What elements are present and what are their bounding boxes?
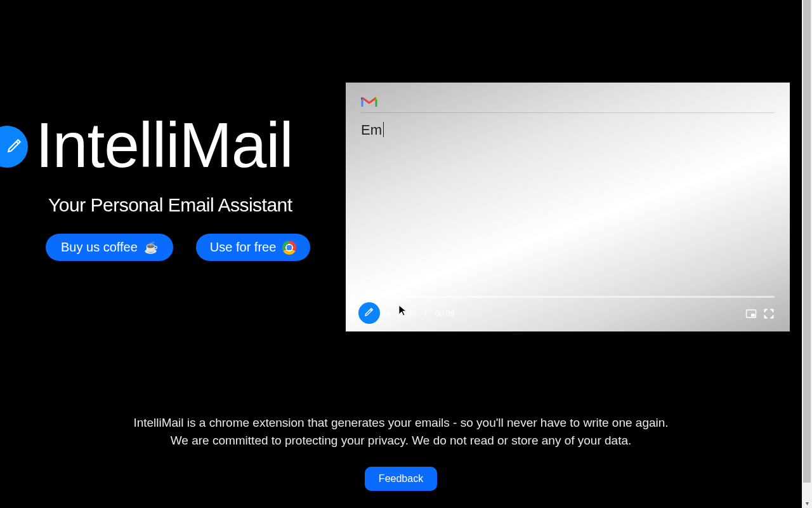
- scrollbar-thumb[interactable]: [803, 0, 811, 483]
- footer-line-2: We are committed to protecting your priv…: [0, 432, 802, 450]
- mouse-cursor-icon: [398, 305, 407, 316]
- video-content: Em: [361, 95, 775, 190]
- video-time-separator: /: [424, 309, 426, 318]
- volume-muted-icon[interactable]: [379, 308, 390, 319]
- edit-fab-button[interactable]: [0, 126, 28, 168]
- edit-fab-overlay[interactable]: [358, 302, 380, 324]
- svg-rect-5: [751, 314, 755, 317]
- demo-video-panel: Em 00:00 / 00:09: [346, 83, 790, 331]
- chrome-icon: [282, 241, 296, 255]
- typed-text-value: Em: [361, 122, 382, 138]
- picture-in-picture-icon[interactable]: [745, 308, 757, 319]
- feedback-label: Feedback: [379, 473, 423, 484]
- video-controls: 00:00 / 00:09: [361, 296, 775, 323]
- fullscreen-icon[interactable]: [763, 308, 775, 319]
- video-progress-track[interactable]: [361, 296, 775, 298]
- buy-coffee-button[interactable]: Buy us coffee ☕: [46, 234, 173, 261]
- page-title: IntelliMail: [36, 113, 310, 177]
- footer-section: IntelliMail is a chrome extension that g…: [0, 414, 802, 491]
- gmail-header-row: [361, 95, 775, 113]
- page-subtitle: Your Personal Email Assistant: [48, 194, 310, 216]
- footer-line-1: IntelliMail is a chrome extension that g…: [0, 414, 802, 432]
- hero-button-row: Buy us coffee ☕ Use for free: [46, 234, 310, 261]
- text-caret: [383, 122, 384, 137]
- buy-coffee-label: Buy us coffee: [61, 240, 138, 255]
- use-for-free-label: Use for free: [210, 240, 276, 255]
- pencil-icon: [0, 137, 15, 156]
- gmail-icon: [361, 95, 377, 108]
- video-duration: 00:09: [435, 309, 454, 318]
- video-progress-fill: [361, 296, 367, 298]
- use-for-free-button[interactable]: Use for free: [196, 234, 310, 261]
- hero-section: IntelliMail Your Personal Email Assistan…: [36, 113, 310, 261]
- scroll-down-arrow[interactable]: ▾: [802, 498, 812, 508]
- compose-typed-text: Em: [361, 122, 384, 138]
- feedback-button[interactable]: Feedback: [365, 467, 437, 491]
- scrollbar-track[interactable]: ▴ ▾: [802, 0, 812, 508]
- pencil-icon: [364, 307, 374, 319]
- coffee-icon: ☕: [144, 241, 158, 255]
